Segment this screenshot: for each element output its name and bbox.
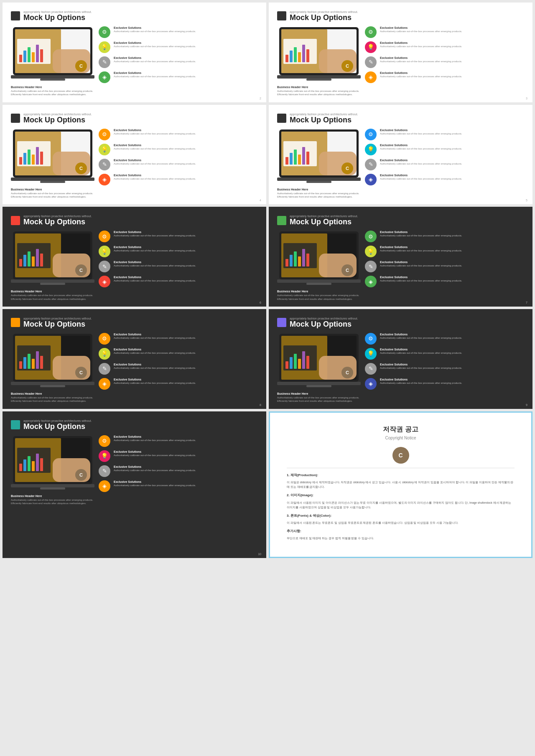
svg-rect-111 — [40, 385, 65, 387]
icon-symbol-2: 💡 — [101, 453, 108, 459]
svg-rect-40 — [32, 155, 35, 165]
bottom-header-6: Business Header Here — [277, 290, 361, 293]
icons-list-5: ⚙ Exclusive Solutions Authoritatively ca… — [99, 231, 258, 287]
icon-symbol-1: ⚙ — [368, 29, 373, 35]
laptop-area-4: C Business Header Here Authoritatively c… — [277, 129, 361, 199]
svg-rect-42 — [40, 152, 43, 165]
icon-item-4: ◈ Exclusive Solutions Authoritatively ca… — [365, 174, 524, 185]
icon-circle-3: ✎ — [365, 159, 377, 170]
icon-item-3: ✎ Exclusive Solutions Authoritatively ca… — [99, 56, 258, 68]
icon-symbol-2: 💡 — [101, 146, 108, 152]
icon-title-1: Exclusive Solutions — [114, 129, 196, 132]
icon-circle-4: ◈ — [99, 71, 110, 83]
slide-body-1: C Business Header Here Authoritatively c… — [11, 26, 258, 96]
icon-text-4: Exclusive Solutions Authoritatively cali… — [114, 276, 196, 282]
icon-symbol-4: ◈ — [369, 176, 373, 183]
accent-box-6 — [277, 216, 286, 225]
icon-title-1: Exclusive Solutions — [380, 231, 462, 233]
bottom-header-9: Business Header Here — [11, 495, 94, 497]
icon-symbol-2: 💡 — [101, 249, 108, 255]
svg-rect-63 — [306, 181, 331, 183]
icon-title-4: Exclusive Solutions — [380, 71, 462, 74]
icon-text-4: Exclusive Solutions Authoritatively cali… — [380, 378, 462, 385]
icon-text-3: Exclusive Solutions Authoritatively cali… — [114, 465, 196, 472]
icon-text-1: Exclusive Solutions Authoritatively cali… — [380, 26, 462, 33]
icon-symbol-3: ✎ — [369, 264, 373, 270]
svg-rect-88 — [298, 256, 301, 266]
slide-5: appropriately fashion proactive architec… — [3, 207, 266, 307]
icon-item-4: ◈ Exclusive Solutions Authoritatively ca… — [365, 71, 524, 83]
svg-rect-39 — [28, 150, 31, 165]
svg-rect-26 — [306, 49, 309, 62]
icon-circle-4: ◈ — [99, 378, 110, 390]
icon-title-1: Exclusive Solutions — [114, 333, 196, 336]
bottom-body-8: Authoritatively calibrate out-of-the-box… — [277, 396, 361, 403]
icon-circle-3: ✎ — [99, 159, 110, 170]
slide-header-text-6: appropriately fashion proactive architec… — [290, 214, 358, 226]
svg-rect-127 — [306, 385, 331, 387]
icon-desc-3: Authoritatively calibrate out-of-the-box… — [114, 162, 196, 165]
icon-item-1: ⚙ Exclusive Solutions Authoritatively ca… — [99, 333, 258, 345]
bottom-body-4: Authoritatively calibrate out-of-the-box… — [277, 192, 361, 199]
slide-title-2: Mock Up Options — [290, 14, 358, 22]
slide-body-6: C Business Header Here Authoritatively c… — [277, 231, 524, 301]
slide-2: appropriately fashion proactive architec… — [269, 3, 532, 102]
svg-rect-122 — [306, 356, 309, 369]
svg-rect-101 — [19, 361, 22, 369]
icon-item-3: ✎ Exclusive Solutions Authoritatively ca… — [99, 363, 258, 375]
icon-desc-1: Authoritatively calibrate out-of-the-box… — [380, 30, 462, 33]
accent-box-3 — [11, 114, 20, 123]
icon-title-4: Exclusive Solutions — [380, 378, 462, 381]
svg-rect-55 — [294, 150, 297, 165]
icon-desc-3: Authoritatively calibrate out-of-the-box… — [380, 264, 462, 267]
icon-circle-1: ⚙ — [99, 333, 110, 345]
svg-rect-136 — [32, 461, 35, 471]
icon-desc-3: Authoritatively calibrate out-of-the-box… — [114, 60, 196, 63]
bottom-header-1: Business Header Here — [11, 86, 94, 89]
svg-rect-62 — [277, 178, 361, 181]
icon-item-4: ◈ Exclusive Solutions Authoritatively ca… — [365, 276, 524, 287]
icon-text-1: Exclusive Solutions Authoritatively cali… — [114, 231, 196, 237]
icon-desc-3: Authoritatively calibrate out-of-the-box… — [380, 60, 462, 63]
svg-rect-37 — [19, 157, 22, 165]
copyright-section-num-2: 3. 폰트(Fonts) & 색상(Color): — [287, 513, 515, 519]
svg-rect-106 — [40, 356, 43, 369]
slide-header-text-3: appropriately fashion proactive architec… — [23, 112, 92, 124]
icon-desc-3: Authoritatively calibrate out-of-the-box… — [114, 264, 196, 267]
icon-circle-1: ⚙ — [99, 129, 110, 140]
icon-title-3: Exclusive Solutions — [114, 465, 196, 468]
icon-title-2: Exclusive Solutions — [380, 144, 462, 147]
icon-circle-2: 💡 — [99, 144, 110, 155]
slide-9: appropriately fashion proactive architec… — [3, 411, 266, 558]
svg-text:C: C — [79, 166, 83, 171]
icons-list-2: ⚙ Exclusive Solutions Authoritatively ca… — [365, 26, 524, 83]
icon-circle-1: ⚙ — [365, 231, 377, 242]
icon-desc-4: Authoritatively calibrate out-of-the-box… — [114, 484, 196, 487]
icon-item-3: ✎ Exclusive Solutions Authoritatively ca… — [365, 56, 524, 68]
slide-title-5: Mock Up Options — [23, 218, 92, 226]
icon-symbol-2: 💡 — [101, 44, 108, 50]
icon-text-2: Exclusive Solutions Authoritatively cali… — [380, 246, 462, 252]
slide-3: appropriately fashion proactive architec… — [3, 105, 266, 205]
icon-text-2: Exclusive Solutions Authoritatively cali… — [114, 450, 196, 457]
icon-desc-2: Authoritatively calibrate out-of-the-box… — [380, 351, 462, 355]
svg-rect-10 — [40, 49, 43, 62]
icon-item-1: ⚙ Exclusive Solutions Authoritatively ca… — [99, 26, 258, 38]
icon-desc-4: Authoritatively calibrate out-of-the-box… — [114, 75, 196, 78]
bottom-text-8: Business Header Here Authoritatively cal… — [277, 392, 361, 403]
copyright-section-num-3: 추가사항: — [287, 528, 515, 534]
slide-header-text-7: appropriately fashion proactive architec… — [23, 317, 92, 329]
icon-symbol-2: 💡 — [367, 350, 374, 357]
slide-title-1: Mock Up Options — [23, 14, 92, 22]
icon-title-2: Exclusive Solutions — [114, 348, 196, 351]
icon-item-2: 💡 Exclusive Solutions Authoritatively ca… — [99, 450, 258, 462]
icon-circle-4: ◈ — [365, 276, 377, 287]
svg-rect-119 — [294, 354, 297, 369]
accent-box-4 — [277, 114, 286, 123]
icon-text-2: Exclusive Solutions Authoritatively cali… — [380, 41, 462, 48]
icon-text-2: Exclusive Solutions Authoritatively cali… — [380, 348, 462, 355]
bottom-text-6: Business Header Here Authoritatively cal… — [277, 290, 361, 301]
slide-7: appropriately fashion proactive architec… — [3, 309, 266, 409]
icon-title-3: Exclusive Solutions — [380, 159, 462, 162]
icon-circle-1: ⚙ — [365, 333, 377, 345]
